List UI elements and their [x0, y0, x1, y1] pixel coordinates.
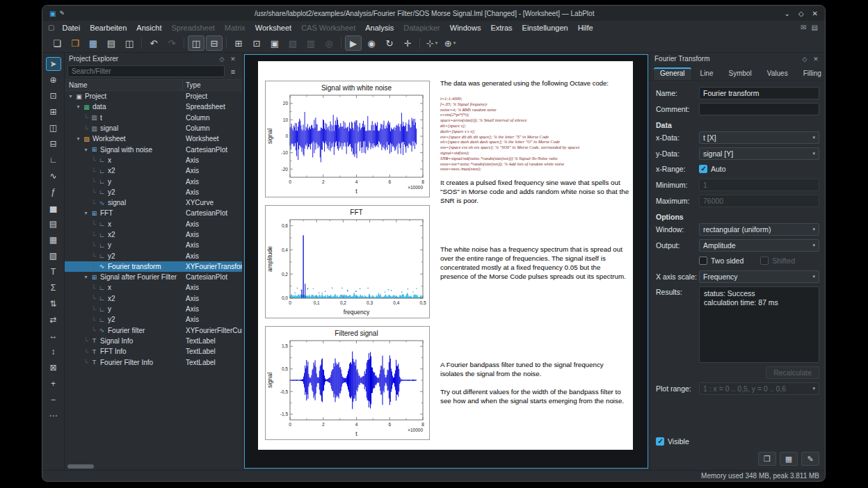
add-two-plots-button[interactable]: ◫: [46, 121, 61, 135]
tab-general[interactable]: General: [653, 67, 692, 80]
insert-plot-template-button[interactable]: ⊡: [248, 35, 265, 51]
horizontal-layout-button[interactable]: ⊟: [206, 35, 223, 51]
tree-row-y[interactable]: └∟yAxis: [65, 304, 242, 314]
tree-row-fft[interactable]: ▾⊞FFTCartesianPlot: [65, 208, 242, 218]
menu-ansicht[interactable]: Ansicht: [131, 23, 166, 33]
y-data-combobox[interactable]: signal [Y] ▾: [699, 147, 819, 160]
app-menu-icon[interactable]: ▢: [48, 24, 54, 31]
save-project-button[interactable]: ▦: [85, 35, 102, 51]
zoom-out-button[interactable]: −: [46, 393, 61, 407]
print-preview-button[interactable]: ◫: [121, 35, 138, 51]
load-config-button[interactable]: ❒: [758, 452, 776, 466]
tree-row-y2[interactable]: └∟y2Axis: [65, 187, 242, 197]
column-header-name[interactable]: Name: [65, 80, 183, 90]
expander-icon[interactable]: ▾: [67, 93, 74, 99]
select-mode-button[interactable]: ➤: [46, 57, 61, 71]
tree-row-worksheet[interactable]: ▾▧WorksheetWorksheet: [65, 133, 242, 144]
open-project-button[interactable]: ❒: [67, 35, 83, 51]
menu-datei[interactable]: Datei: [57, 23, 85, 33]
fullscreen-button[interactable]: ✛: [399, 35, 416, 51]
insert-text-button[interactable]: ▣: [266, 35, 283, 51]
add-xy-curve-button[interactable]: ∿: [46, 169, 61, 183]
visible-checkbox[interactable]: [656, 437, 664, 446]
expander-icon[interactable]: ▾: [82, 274, 90, 280]
close-button[interactable]: ✕: [812, 10, 818, 17]
more-tools-button[interactable]: ⋯: [46, 409, 61, 423]
filter-options-button[interactable]: ≡: [227, 65, 239, 77]
two-sided-checkbox[interactable]: [699, 257, 707, 265]
float-dock-button[interactable]: ◇: [800, 56, 810, 63]
magnification-combo-button[interactable]: ⊕▾: [442, 35, 458, 51]
tree-row-signal-after-fourier-filter[interactable]: ▾⊞Signal after Fourier FilterCartesianPl…: [65, 272, 242, 282]
add-text-label-button[interactable]: T: [46, 265, 61, 279]
tree-row-signal-info[interactable]: └TSignal InfoTextLabel: [65, 336, 242, 346]
mail-icon[interactable]: ✉: [801, 24, 806, 31]
insert-plot-button[interactable]: ⊞: [230, 35, 247, 51]
add-plot-button[interactable]: ⊞: [46, 105, 61, 119]
remove-layout-button[interactable]: ⊠: [46, 361, 61, 375]
tab-values[interactable]: Values: [760, 67, 795, 80]
horizontal-scrollbar[interactable]: [66, 463, 241, 469]
tree-row-t[interactable]: └▥tColumn: [65, 113, 242, 123]
print-button[interactable]: ▤: [103, 35, 120, 51]
window-function-combobox[interactable]: rectangular (uniform) ▾: [699, 223, 819, 236]
tree-row-y[interactable]: └∟yAxis: [65, 176, 242, 186]
tree-row-project[interactable]: ▾▣ProjectProject: [65, 91, 242, 101]
new-project-button[interactable]: ❏: [49, 35, 65, 51]
menu-hilfe[interactable]: Hilfe: [573, 23, 598, 33]
menu-windows[interactable]: Windows: [445, 23, 486, 33]
tree-row-fft-info[interactable]: └TFFT InfoTextLabel: [65, 346, 242, 357]
zoom-combo-button[interactable]: ⊹▾: [424, 35, 440, 51]
menu-analysis[interactable]: Analysis: [360, 23, 399, 33]
add-image-button[interactable]: ▧: [46, 249, 61, 263]
expander-icon[interactable]: ▾: [74, 136, 82, 142]
tree-row-x2[interactable]: └∟x2Axis: [65, 293, 242, 304]
x-data-combobox[interactable]: t [X] ▾: [699, 131, 819, 144]
tree-row-fourier-transform[interactable]: └∿Fourier transformXYFourierTransformCur…: [65, 261, 242, 272]
vertical-layout-button[interactable]: ◫: [188, 35, 204, 51]
add-equation-curve-button[interactable]: ƒ: [46, 185, 61, 199]
float-panel-button[interactable]: ◇: [217, 56, 227, 63]
titlebar[interactable]: ▣ ✎ /usr/share/labplot2/examples/Analysi…: [42, 6, 825, 21]
tree-row-x[interactable]: └∟xAxis: [65, 155, 242, 165]
undo-button[interactable]: ↶: [145, 35, 162, 51]
tree-row-data[interactable]: ▾▦dataSpreadsheet: [65, 101, 242, 112]
navigation-mode-button[interactable]: ◉: [363, 35, 380, 51]
grid-icon[interactable]: ▤: [812, 24, 818, 31]
tree-row-x2[interactable]: └∟x2Axis: [65, 229, 242, 240]
search-input[interactable]: [67, 65, 225, 77]
refresh-button[interactable]: ↻: [381, 35, 398, 51]
scrollbar-thumb[interactable]: [67, 464, 94, 469]
crosshair-mode-button[interactable]: ⊕: [46, 73, 61, 87]
save-as-config-button[interactable]: ✎: [801, 452, 819, 466]
x-axis-scale-combobox[interactable]: Frequency ▾: [699, 270, 819, 283]
auto-range-checkbox[interactable]: [699, 165, 707, 173]
comment-input[interactable]: [699, 103, 819, 115]
tree-row-signal[interactable]: └∿signalXYCurve: [65, 197, 242, 208]
expander-icon[interactable]: ▾: [82, 210, 90, 216]
menu-einstellungen[interactable]: Einstellungen: [517, 23, 573, 33]
text-label-fft-info[interactable]: The white noise has a frequency spectrum…: [440, 245, 627, 281]
tree-row-x[interactable]: └∟xAxis: [65, 219, 242, 229]
name-input[interactable]: [699, 87, 819, 99]
vertical-layout-button[interactable]: ⇅: [46, 297, 61, 311]
tab-filling[interactable]: Filling: [796, 67, 826, 80]
add-boxplot-button[interactable]: ▤: [46, 217, 61, 231]
tree-row-y2[interactable]: └∟y2Axis: [65, 250, 242, 261]
zoom-in-button[interactable]: +: [46, 377, 61, 391]
add-single-plot-button[interactable]: ⊟: [46, 137, 61, 151]
worksheet-viewport[interactable]: 0246820100-10-20Signal with white noiset…: [244, 54, 648, 469]
tab-symbol[interactable]: Symbol: [721, 67, 758, 80]
add-bar-chart-button[interactable]: ▦: [46, 233, 61, 247]
output-combobox[interactable]: Amplitude ▾: [699, 239, 819, 252]
plot-signal-with-white-noise[interactable]: 0246820100-10-20Signal with white noiset…: [265, 81, 430, 197]
add-formula-button[interactable]: Σ: [46, 281, 61, 295]
tab-line[interactable]: Line: [693, 67, 721, 80]
text-label-signal-info[interactable]: The data was generated using the followi…: [440, 79, 629, 205]
tree-row-fourier-filter-info[interactable]: └TFourier Filter InfoTextLabel: [65, 357, 242, 367]
column-header-type[interactable]: Type: [183, 80, 242, 90]
horizontal-layout-button[interactable]: ⇄: [46, 313, 61, 327]
plot-filtered-signal[interactable]: 024681,50,5-0,5-1,5Filtered signaltsigna…: [265, 326, 430, 440]
shade-button[interactable]: ⌄: [785, 10, 790, 17]
add-histogram-button[interactable]: ▅: [46, 201, 61, 215]
